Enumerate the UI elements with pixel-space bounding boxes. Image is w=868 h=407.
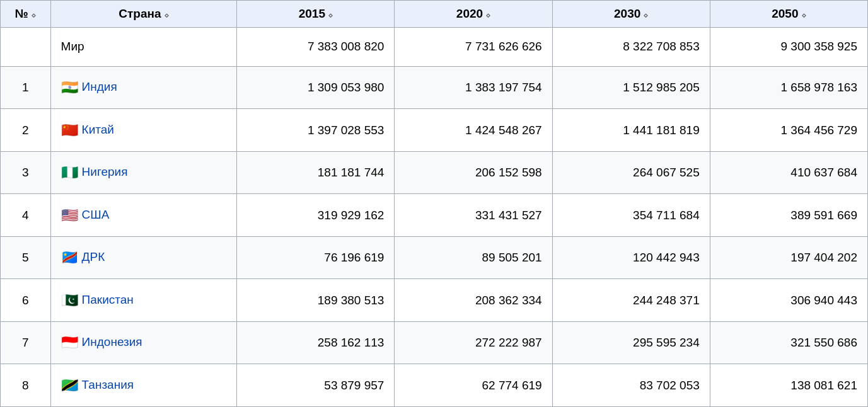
col-header-label: № xyxy=(15,7,28,20)
row-num xyxy=(1,28,51,67)
row-y2050: 410 637 684 xyxy=(710,151,867,194)
row-y2015: 53 879 957 xyxy=(237,364,395,407)
country-flag: 🇨🇳 xyxy=(61,122,78,139)
row-y2020: 331 431 527 xyxy=(395,194,552,237)
row-num: 1 xyxy=(1,66,51,109)
col-header-label: Страна xyxy=(119,7,161,20)
row-y2050: 1 364 456 729 xyxy=(710,109,867,152)
sort-icon: ⬦ xyxy=(31,9,36,20)
country-name: Мир xyxy=(61,40,84,53)
row-y2050: 321 550 686 xyxy=(710,321,867,364)
row-y2020: 7 731 626 626 xyxy=(395,28,552,67)
col-header-y2030[interactable]: 2030 ⬦ xyxy=(552,1,710,28)
row-country[interactable]: 🇮🇩Индонезия xyxy=(50,321,237,364)
table-row: 3🇳🇬Нигерия181 181 744206 152 598264 067 … xyxy=(1,151,868,194)
col-header-y2015[interactable]: 2015 ⬦ xyxy=(237,1,395,28)
row-country[interactable]: 🇵🇰Пакистан xyxy=(50,279,237,322)
country-flag: 🇹🇿 xyxy=(61,377,78,394)
table-row: 5🇨🇩ДРК76 196 61989 505 201120 442 943197… xyxy=(1,236,868,279)
row-y2050: 306 940 443 xyxy=(710,279,867,322)
col-header-y2020[interactable]: 2020 ⬦ xyxy=(395,1,552,28)
sort-icon: ⬦ xyxy=(643,9,648,20)
country-flag: 🇵🇰 xyxy=(61,292,78,309)
table-row: 2🇨🇳Китай1 397 028 5531 424 548 2671 441 … xyxy=(1,109,868,152)
row-country[interactable]: 🇳🇬Нигерия xyxy=(50,151,237,194)
row-num: 2 xyxy=(1,109,51,152)
table-row: 1🇮🇳Индия1 309 053 9801 383 197 7541 512 … xyxy=(1,66,868,109)
row-country[interactable]: 🇹🇿Танзания xyxy=(50,364,237,407)
col-header-country[interactable]: Страна ⬦ xyxy=(50,1,237,28)
row-y2015: 181 181 744 xyxy=(237,151,395,194)
country-link[interactable]: Индия xyxy=(82,80,117,93)
row-y2015: 7 383 008 820 xyxy=(237,28,395,67)
country-link[interactable]: Китай xyxy=(82,122,114,135)
row-country[interactable]: 🇺🇸США xyxy=(50,194,237,237)
row-num: 4 xyxy=(1,194,51,237)
row-y2030: 264 067 525 xyxy=(552,151,710,194)
row-country[interactable]: 🇮🇳Индия xyxy=(50,66,237,109)
row-y2030: 295 595 234 xyxy=(552,321,710,364)
row-y2015: 258 162 113 xyxy=(237,321,395,364)
country-flag: 🇮🇩 xyxy=(61,335,78,351)
country-link[interactable]: ДРК xyxy=(82,250,105,263)
row-y2050: 9 300 358 925 xyxy=(710,28,867,67)
col-header-label: 2020 xyxy=(456,7,483,20)
row-num: 8 xyxy=(1,364,51,407)
col-header-label: 2030 xyxy=(614,7,640,20)
table-row: 6🇵🇰Пакистан189 380 513208 362 334244 248… xyxy=(1,279,868,322)
table-row: 8🇹🇿Танзания53 879 95762 774 61983 702 05… xyxy=(1,364,868,407)
sort-icon: ⬦ xyxy=(485,9,490,20)
row-num: 7 xyxy=(1,321,51,364)
row-y2030: 1 512 985 205 xyxy=(552,66,710,109)
row-num: 3 xyxy=(1,151,51,194)
row-y2030: 120 442 943 xyxy=(552,236,710,279)
col-header-label: 2015 xyxy=(299,7,325,20)
row-y2015: 1 309 053 980 xyxy=(237,66,395,109)
row-y2030: 83 702 053 xyxy=(552,364,710,407)
country-flag: 🇺🇸 xyxy=(61,207,78,224)
sort-icon: ⬦ xyxy=(164,9,169,20)
row-country[interactable]: 🇨🇳Китай xyxy=(50,109,237,152)
row-y2030: 8 322 708 853 xyxy=(552,28,710,67)
row-y2020: 89 505 201 xyxy=(395,236,552,279)
header-row: № ⬦Страна ⬦2015 ⬦2020 ⬦2030 ⬦2050 ⬦ xyxy=(1,1,868,28)
country-link[interactable]: Танзания xyxy=(82,377,134,391)
country-link[interactable]: Пакистан xyxy=(82,292,134,306)
country-link[interactable]: США xyxy=(82,207,110,221)
sort-icon: ⬦ xyxy=(801,9,806,20)
row-country[interactable]: 🇨🇩ДРК xyxy=(50,236,237,279)
col-header-y2050[interactable]: 2050 ⬦ xyxy=(710,1,867,28)
row-y2050: 1 658 978 163 xyxy=(710,66,867,109)
col-header-label: 2050 xyxy=(772,7,798,20)
country-flag: 🇮🇳 xyxy=(61,79,78,96)
row-y2015: 319 929 162 xyxy=(237,194,395,237)
row-y2020: 62 774 619 xyxy=(395,364,552,407)
row-y2015: 189 380 513 xyxy=(237,279,395,322)
country-flag: 🇨🇩 xyxy=(61,249,78,266)
row-y2020: 1 424 548 267 xyxy=(395,109,552,152)
row-y2020: 208 362 334 xyxy=(395,279,552,322)
col-header-num[interactable]: № ⬦ xyxy=(1,1,51,28)
row-y2020: 206 152 598 xyxy=(395,151,552,194)
row-y2050: 138 081 621 xyxy=(710,364,867,407)
population-table: № ⬦Страна ⬦2015 ⬦2020 ⬦2030 ⬦2050 ⬦ Мир7… xyxy=(0,0,868,407)
row-y2020: 1 383 197 754 xyxy=(395,66,552,109)
world-row: Мир7 383 008 8207 731 626 6268 322 708 8… xyxy=(1,28,868,67)
row-y2050: 389 591 669 xyxy=(710,194,867,237)
country-link[interactable]: Нигерия xyxy=(82,165,128,178)
country-link[interactable]: Индонезия xyxy=(82,335,142,348)
row-y2015: 76 196 619 xyxy=(237,236,395,279)
row-y2030: 244 248 371 xyxy=(552,279,710,322)
row-num: 5 xyxy=(1,236,51,279)
country-flag: 🇳🇬 xyxy=(61,164,78,181)
row-y2050: 197 404 202 xyxy=(710,236,867,279)
row-y2015: 1 397 028 553 xyxy=(237,109,395,152)
row-y2020: 272 222 987 xyxy=(395,321,552,364)
row-num: 6 xyxy=(1,279,51,322)
row-y2030: 354 711 684 xyxy=(552,194,710,237)
sort-icon: ⬦ xyxy=(328,9,333,20)
row-y2030: 1 441 181 819 xyxy=(552,109,710,152)
row-country: Мир xyxy=(50,28,237,67)
table-row: 4🇺🇸США319 929 162331 431 527354 711 6843… xyxy=(1,194,868,237)
table-row: 7🇮🇩Индонезия258 162 113272 222 987295 59… xyxy=(1,321,868,364)
